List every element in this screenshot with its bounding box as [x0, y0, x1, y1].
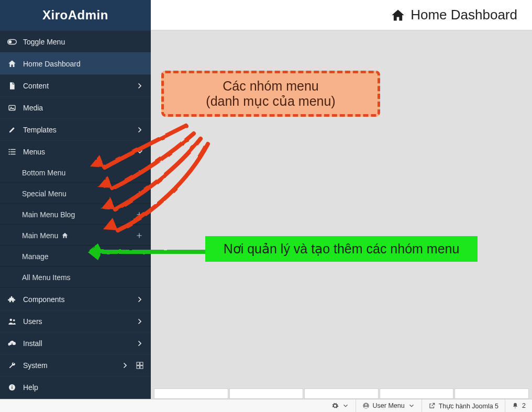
- puzzle-icon: [7, 295, 17, 304]
- annotation-green-callout: Nơi quản lý và tạo thêm các nhóm menu: [205, 236, 478, 262]
- status-notif-count: 2: [522, 402, 526, 409]
- submenu-label: Main Menu: [22, 231, 135, 240]
- sidebar-item-media[interactable]: Media: [0, 96, 151, 118]
- info-icon: i: [7, 383, 17, 392]
- chevron-right-icon: [135, 295, 145, 304]
- main-content: Home Dashboard: [151, 0, 532, 399]
- sidebar-item-label: Install: [23, 339, 135, 348]
- dashboard-panels-strip: [151, 388, 532, 399]
- svg-point-13: [365, 404, 367, 406]
- users-icon: [7, 317, 17, 326]
- sidebar-item-home[interactable]: Home Dashboard: [0, 52, 151, 74]
- svg-point-1: [8, 40, 12, 43]
- submenu-label: Main Menu Blog: [22, 210, 135, 219]
- external-link-icon: [428, 402, 436, 409]
- toggle-icon: [7, 37, 17, 47]
- svg-rect-6: [137, 362, 139, 365]
- status-site-link[interactable]: Thực hành Joomla 5: [422, 399, 505, 412]
- annotation-orange-callout: Các nhóm menu (danh mục của menu): [161, 71, 380, 117]
- svg-rect-9: [140, 365, 143, 368]
- sidebar-item-menus[interactable]: Menus: [0, 140, 151, 162]
- chevron-right-icon: [120, 361, 130, 370]
- chevron-right-icon: [135, 339, 145, 348]
- plus-icon[interactable]: [135, 190, 143, 197]
- submenu-bottom-menu[interactable]: Bottom Menu: [0, 162, 151, 183]
- sidebar-item-content[interactable]: Content: [0, 74, 151, 96]
- document-icon: [7, 81, 17, 91]
- cloud-download-icon: [7, 339, 17, 348]
- svg-point-4: [10, 318, 13, 321]
- brush-icon: [7, 125, 17, 135]
- sidebar-toggle-label: Toggle Menu: [23, 38, 145, 46]
- submenu-all-menu-items[interactable]: All Menu Items: [0, 267, 151, 288]
- sidebar-item-label: Menus: [23, 148, 135, 156]
- grid-icon[interactable]: [135, 361, 145, 370]
- submenu-label: All Menu Items: [22, 273, 143, 282]
- submenu-label: Bottom Menu: [22, 169, 135, 177]
- sidebar-item-label: Help: [23, 383, 145, 392]
- bell-icon: [512, 402, 519, 409]
- sidebar-item-components[interactable]: Components: [0, 288, 151, 310]
- sidebar-item-users[interactable]: Users: [0, 310, 151, 332]
- home-icon: [391, 8, 405, 23]
- submenu-label: Special Menu: [22, 190, 135, 198]
- chevron-down-icon: [135, 147, 145, 157]
- plus-icon[interactable]: [135, 232, 143, 239]
- user-icon: [362, 402, 370, 409]
- status-settings[interactable]: [325, 399, 356, 412]
- chevron-right-icon: [135, 317, 145, 326]
- chevron-right-icon: [135, 81, 145, 91]
- status-notifications[interactable]: 2: [505, 399, 532, 412]
- submenu-label: Manage: [22, 252, 143, 261]
- home-icon: [61, 232, 69, 239]
- sidebar-item-label: Templates: [23, 126, 135, 134]
- menus-submenu: Bottom Menu Special Menu Main Menu Blog …: [0, 162, 151, 288]
- sidebar-item-label: Home Dashboard: [23, 60, 145, 68]
- submenu-manage[interactable]: Manage: [0, 246, 151, 267]
- chevron-right-icon: [135, 125, 145, 135]
- sidebar: XiroAdmin Toggle Menu Home Dashboard Con…: [0, 0, 151, 399]
- sidebar-item-help[interactable]: i Help: [0, 376, 151, 398]
- status-site-label: Thực hành Joomla 5: [439, 402, 498, 410]
- brand-title: XiroAdmin: [0, 0, 151, 30]
- svg-rect-8: [137, 365, 139, 368]
- sidebar-toggle-menu[interactable]: Toggle Menu: [0, 30, 151, 52]
- chevron-down-icon: [408, 402, 415, 409]
- sidebar-item-label: Media: [23, 104, 145, 112]
- sidebar-item-label: Components: [23, 295, 135, 304]
- svg-rect-7: [140, 362, 143, 365]
- submenu-special-menu[interactable]: Special Menu: [0, 183, 151, 204]
- svg-text:i: i: [12, 385, 13, 390]
- status-user-menu[interactable]: User Menu: [356, 399, 422, 412]
- svg-point-5: [13, 319, 15, 321]
- image-icon: [7, 103, 17, 113]
- list-icon: [7, 147, 17, 157]
- submenu-main-menu[interactable]: Main Menu: [0, 225, 151, 246]
- sidebar-item-label: System: [23, 361, 120, 370]
- sidebar-item-install[interactable]: Install: [0, 332, 151, 354]
- status-user-label: User Menu: [373, 402, 405, 409]
- sidebar-item-label: Content: [23, 82, 135, 90]
- sidebar-item-templates[interactable]: Templates: [0, 118, 151, 140]
- page-title: Home Dashboard: [391, 7, 517, 23]
- chevron-down-icon: [342, 402, 349, 409]
- plus-icon[interactable]: [135, 211, 143, 218]
- gear-icon: [331, 402, 339, 409]
- plus-icon[interactable]: [135, 169, 143, 176]
- sidebar-item-label: Users: [23, 317, 135, 326]
- sidebar-item-system[interactable]: System: [0, 354, 151, 376]
- submenu-main-menu-blog[interactable]: Main Menu Blog: [0, 204, 151, 225]
- status-bar: User Menu Thực hành Joomla 5 2: [0, 399, 532, 412]
- wrench-icon: [7, 361, 17, 370]
- topbar: Home Dashboard: [151, 0, 532, 30]
- home-icon: [7, 59, 17, 69]
